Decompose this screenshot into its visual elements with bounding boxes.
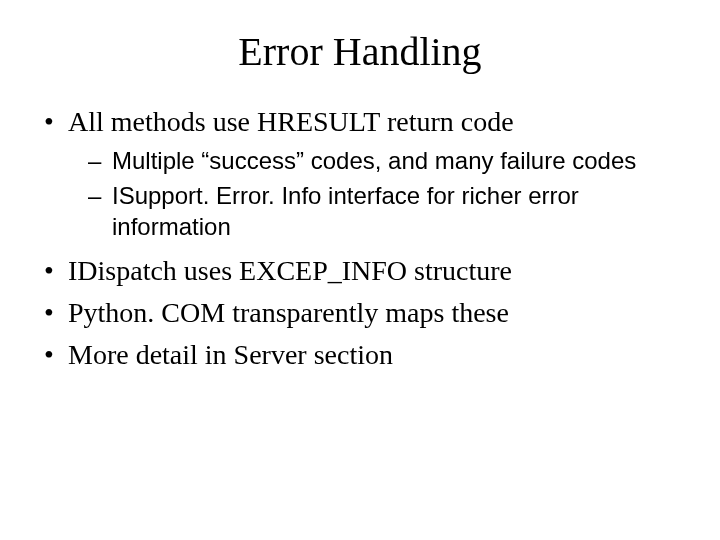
slide-title: Error Handling	[40, 28, 680, 75]
bullet-list: All methods use HRESULT return code Mult…	[40, 103, 680, 374]
list-item: ISupport. Error. Info interface for rich…	[40, 180, 680, 242]
list-item: Python. COM transparently maps these	[40, 294, 680, 332]
list-item: More detail in Server section	[40, 336, 680, 374]
list-item: IDispatch uses EXCEP_INFO structure	[40, 252, 680, 290]
list-item: Multiple “success” codes, and many failu…	[40, 145, 680, 176]
list-item: All methods use HRESULT return code	[40, 103, 680, 141]
